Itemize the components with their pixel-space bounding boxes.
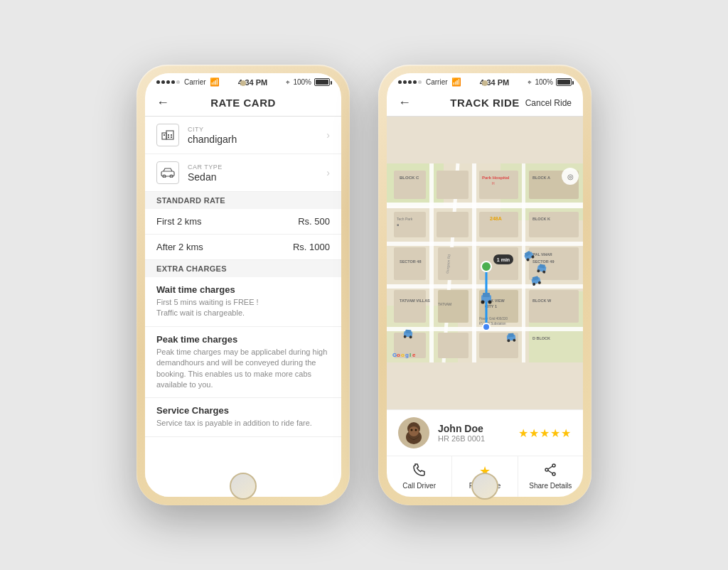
map-area: Park Hospital H BLOCK C Tech Park ■ 248A…	[387, 117, 583, 409]
cancel-ride-button[interactable]: Cancel Ride	[525, 98, 572, 108]
svg-rect-5	[171, 136, 172, 138]
svg-rect-30	[529, 212, 579, 237]
svg-point-102	[409, 426, 419, 436]
svg-rect-15	[387, 203, 583, 208]
driver-avatar	[398, 417, 429, 448]
svg-rect-38	[529, 290, 579, 323]
call-driver-button[interactable]: Call Driver	[387, 456, 452, 497]
svg-line-108	[548, 466, 552, 469]
rate-card-content: CITY chandigarh ›	[145, 117, 341, 497]
svg-text:■: ■	[397, 222, 399, 227]
avatar-svg	[398, 417, 429, 448]
phone-rate-card: Carrier 📶 4:34 PM ⌖ 100% ← RATE CARD	[136, 65, 350, 505]
svg-rect-0	[162, 133, 166, 139]
home-button-1[interactable]	[230, 473, 257, 500]
svg-text:Tech Park: Tech Park	[397, 217, 413, 221]
svg-text:BLOCK K: BLOCK K	[532, 217, 550, 221]
svg-rect-28	[437, 212, 469, 237]
svg-text:Park Hospital: Park Hospital	[482, 176, 510, 180]
svg-point-103	[411, 429, 413, 431]
svg-rect-1	[166, 131, 173, 139]
peak-time-title: Peak time charges	[156, 334, 330, 345]
status-bar-1: Carrier 📶 4:34 PM ⌖ 100%	[145, 73, 341, 90]
wait-time-desc: First 5 mins waiting is FREE !Traffic wa…	[156, 297, 330, 319]
rate-value-0: Rs. 500	[298, 216, 330, 227]
rate-label-0: First 2 kms	[156, 216, 202, 227]
track-ride-header: ← TRACK RIDE Cancel Ride	[387, 90, 583, 117]
page-title-2: TRACK RIDE	[450, 97, 520, 109]
driver-info: John Doe HR 26B 0001	[438, 423, 518, 443]
svg-point-107	[552, 473, 555, 475]
svg-text:BLOCK C: BLOCK C	[400, 176, 419, 180]
city-label: CITY	[188, 126, 326, 133]
battery-percent-1: 100%	[293, 78, 311, 86]
svg-rect-88	[483, 293, 490, 297]
svg-point-106	[545, 468, 548, 471]
svg-rect-20	[472, 163, 476, 362]
svg-text:248A: 248A	[490, 216, 502, 221]
svg-text:1 min: 1 min	[497, 257, 510, 262]
rate-value-1: Rs. 1000	[293, 242, 330, 252]
time-2: 4:34 PM	[480, 78, 510, 87]
share-icon	[544, 463, 557, 479]
wait-time-charges: Wait time charges First 5 mins waiting i…	[145, 277, 341, 327]
call-driver-label: Call Driver	[402, 482, 436, 490]
svg-text:TATVAM: TATVAM	[438, 302, 451, 306]
back-button-2[interactable]: ←	[398, 95, 411, 110]
svg-rect-35	[394, 290, 426, 323]
svg-rect-2	[168, 134, 169, 136]
svg-rect-22	[522, 163, 525, 362]
share-details-button[interactable]: Share Details	[518, 456, 583, 497]
svg-text:o: o	[397, 352, 400, 358]
svg-rect-36	[438, 290, 469, 323]
service-charges-title: Service Charges	[156, 405, 330, 416]
city-row[interactable]: CITY chandigarh ›	[145, 117, 341, 154]
svg-rect-3	[171, 134, 172, 136]
page-title-1: RATE CARD	[210, 97, 276, 109]
svg-rect-17	[387, 284, 583, 289]
svg-rect-40	[438, 333, 469, 358]
location-icon-2: ⌖	[528, 78, 532, 87]
svg-rect-25	[479, 171, 518, 199]
rate-card-header: ← RATE CARD	[145, 90, 341, 117]
home-button-2[interactable]	[471, 473, 498, 500]
peak-time-desc: Peak time charges may be applicabel duri…	[156, 347, 330, 391]
peak-time-charges: Peak time charges Peak time charges may …	[145, 327, 341, 399]
car-label: CAR TYPE	[188, 163, 326, 171]
rate-row-0: First 2 kms Rs. 500	[145, 209, 341, 235]
car-value: Sedan	[188, 171, 326, 183]
driver-rating: ★★★★★	[518, 426, 572, 440]
svg-text:g: g	[405, 352, 409, 358]
svg-rect-16	[387, 242, 583, 246]
service-charges: Service Charges Service tax is payable i…	[145, 398, 341, 436]
svg-rect-4	[168, 136, 169, 138]
standard-rate-header: STANDARD RATE	[145, 192, 341, 209]
time-1: 4:34 PM	[238, 78, 268, 87]
share-details-label: Share Details	[529, 482, 572, 490]
svg-point-90	[488, 301, 492, 304]
svg-point-89	[481, 301, 485, 304]
svg-text:TATVAM VILLAS: TATVAM VILLAS	[400, 299, 430, 303]
svg-rect-19	[429, 163, 434, 362]
svg-point-63	[481, 262, 491, 271]
car-icon	[156, 161, 179, 184]
svg-rect-24	[437, 171, 469, 199]
carrier-2: Carrier	[426, 78, 448, 86]
svg-text:H: H	[492, 181, 495, 185]
svg-point-64	[483, 323, 490, 330]
svg-rect-32	[438, 247, 469, 280]
svg-text:BLOCK A: BLOCK A	[532, 176, 550, 180]
city-value: chandigarh	[188, 134, 326, 145]
driver-name: John Doe	[438, 423, 518, 434]
rate-label-1: After 2 kms	[156, 242, 203, 252]
svg-rect-6	[164, 134, 165, 136]
battery-percent-2: 100%	[535, 78, 553, 86]
phone-track-ride: Carrier 📶 4:34 PM ⌖ 100% ← TRACK RIDE Ca…	[378, 65, 592, 505]
back-button-1[interactable]: ←	[156, 95, 169, 110]
svg-point-105	[552, 464, 555, 467]
svg-rect-23	[394, 171, 426, 199]
phone-icon	[413, 463, 426, 479]
svg-text:D BLOCK: D BLOCK	[532, 336, 550, 340]
svg-text:l: l	[410, 352, 411, 358]
car-type-row[interactable]: CAR TYPE Sedan ›	[145, 154, 341, 192]
